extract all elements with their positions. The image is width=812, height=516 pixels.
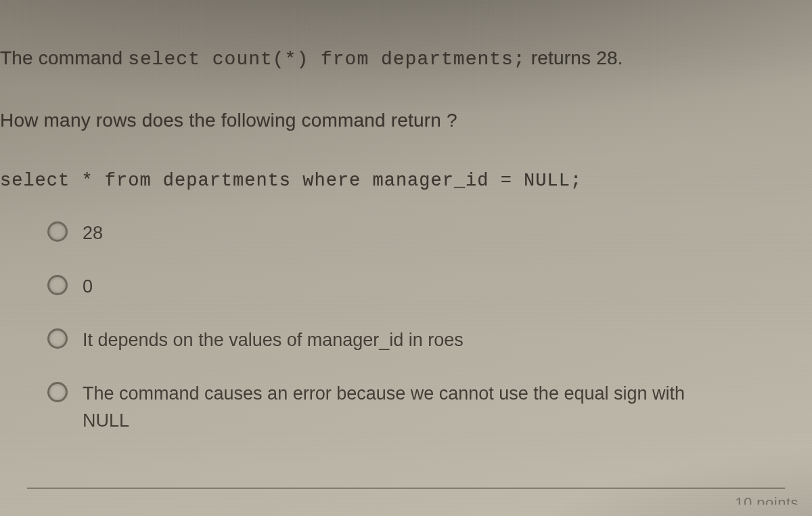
option-row[interactable]: The command causes an error because we c… [47,381,785,433]
question-line-1-code: select count(*) from departments; [128,49,526,70]
options-group: 28 0 It depends on the values of manager… [47,220,785,461]
question-line-1-prefix: The command [0,47,128,68]
radio-icon[interactable] [47,328,68,349]
option-row[interactable]: 28 [47,220,785,246]
option-label: It depends on the values of manager_id i… [83,327,464,353]
divider-line [27,488,785,489]
radio-icon[interactable] [47,221,68,242]
option-label: The command causes an error because we c… [83,381,732,433]
question-line-1-suffix: returns 28. [526,47,623,68]
radio-icon[interactable] [47,382,68,402]
option-row[interactable]: It depends on the values of manager_id i… [47,327,785,353]
points-fragment: 10 points [735,494,798,512]
question-line-1: The command select count(*) from departm… [0,47,623,70]
question-code-line: select * from departments where manager_… [0,171,582,191]
radio-icon[interactable] [47,275,68,295]
question-line-2: How many rows does the following command… [0,110,457,131]
option-label: 28 [83,220,103,246]
option-row[interactable]: 0 [47,274,785,300]
option-label: 0 [83,274,93,300]
